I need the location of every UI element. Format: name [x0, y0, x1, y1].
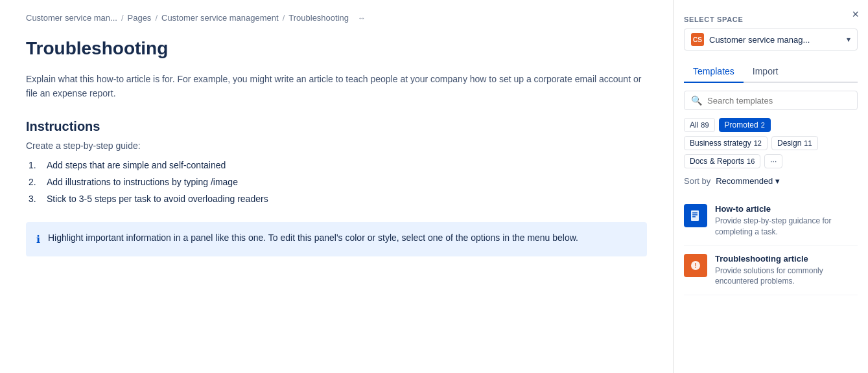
template-icon-blue [684, 204, 707, 227]
search-icon: 🔍 [691, 95, 702, 106]
sort-by-label: Sort by [684, 176, 710, 186]
svg-text:!: ! [694, 262, 696, 269]
list-item: 2.Add illustrations to instructions by t… [26, 177, 647, 187]
select-space-label: SELECT SPACE [684, 16, 858, 23]
intro-text: Explain what this how-to article is for.… [26, 72, 647, 101]
breadcrumb-item-4[interactable]: Troubleshooting [288, 13, 349, 23]
close-button[interactable]: × [852, 8, 859, 21]
svg-rect-3 [692, 216, 696, 218]
breadcrumb-item-3[interactable]: Customer service management [161, 13, 279, 23]
sort-chevron-icon: ▾ [775, 176, 780, 186]
tabs: Templates Import [684, 61, 858, 83]
filter-promoted[interactable]: Promoted2 [719, 118, 771, 132]
breadcrumb-expand-icon[interactable]: ↔ [358, 14, 366, 23]
breadcrumb-item-1[interactable]: Customer service man... [26, 13, 117, 23]
template-info: How-to article Provide step-by-step guid… [715, 204, 858, 238]
svg-rect-2 [692, 214, 698, 216]
sort-select[interactable]: Recommended ▾ [716, 176, 780, 186]
space-name: Customer service manag... [709, 35, 841, 45]
breadcrumb: Customer service man... / Pages / Custom… [26, 13, 647, 23]
filter-design[interactable]: Design11 [771, 136, 818, 150]
space-selector[interactable]: CS Customer service manag... ▾ [684, 28, 858, 51]
chevron-down-icon: ▾ [847, 35, 850, 44]
list-item: 3.Stick to 3-5 steps per task to avoid o… [26, 194, 647, 204]
filter-all[interactable]: All89 [684, 118, 715, 132]
filter-docs-reports[interactable]: Docs & Reports16 [684, 154, 760, 168]
template-desc: Provide step-by-step guidance for comple… [715, 216, 858, 238]
breadcrumb-item-2[interactable]: Pages [128, 13, 152, 23]
instructions-subtitle: Create a step-by-step guide: [26, 141, 647, 151]
main-content: Customer service man... / Pages / Custom… [0, 0, 674, 373]
template-item[interactable]: How-to article Provide step-by-step guid… [684, 196, 858, 246]
svg-rect-1 [692, 212, 698, 214]
panel-text: Highlight important information in a pan… [48, 231, 578, 245]
info-panel: ℹ Highlight important information in a p… [26, 222, 647, 256]
template-info: Troubleshooting article Provide solution… [715, 254, 858, 288]
search-input[interactable] [707, 96, 850, 106]
template-name: Troubleshooting article [715, 254, 858, 264]
template-item[interactable]: ! Troubleshooting article Provide soluti… [684, 246, 858, 296]
tab-import[interactable]: Import [744, 61, 788, 83]
breadcrumb-sep-3: / [283, 13, 285, 23]
tab-templates[interactable]: Templates [684, 61, 744, 83]
instructions-list: 1.Add steps that are simple and self-con… [26, 160, 647, 204]
template-desc: Provide solutions for commonly encounter… [715, 266, 858, 288]
info-icon: ℹ [36, 232, 40, 247]
instructions-heading: Instructions [26, 119, 647, 134]
template-icon-orange: ! [684, 254, 707, 277]
filter-business-strategy[interactable]: Business strategy12 [684, 136, 768, 150]
filter-tags: All89 Promoted2 Business strategy12 Desi… [684, 118, 858, 168]
breadcrumb-sep-2: / [155, 13, 158, 23]
breadcrumb-sep-1: / [121, 13, 124, 23]
filter-more-button[interactable]: ··· [764, 154, 782, 168]
sort-row: Sort by Recommended ▾ [684, 176, 858, 186]
sort-value: Recommended [716, 176, 773, 186]
list-item: 1.Add steps that are simple and self-con… [26, 160, 647, 170]
sidebar: × SELECT SPACE CS Customer service manag… [674, 0, 868, 373]
template-list: How-to article Provide step-by-step guid… [684, 196, 858, 295]
space-icon: CS [691, 33, 704, 46]
search-box: 🔍 [684, 91, 858, 110]
page-title: Troubleshooting [26, 38, 647, 59]
svg-rect-0 [691, 210, 699, 221]
template-name: How-to article [715, 204, 858, 214]
